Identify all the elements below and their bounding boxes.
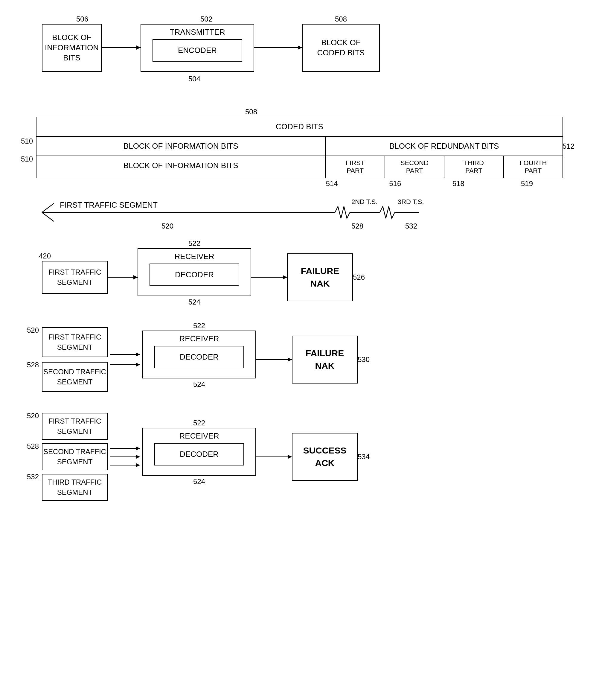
- arrow-to-output5: [256, 456, 292, 457]
- decoder-inner3: DECODER: [150, 264, 239, 286]
- ref-528-4: 528: [27, 361, 39, 369]
- receiver-label4: RECEIVER: [179, 334, 219, 344]
- coded-bits-table: CODED BITS BLOCK OF INFORMATION BITS BLO…: [36, 117, 563, 178]
- second-part-cell: SECONDPART: [385, 156, 444, 178]
- receiver-label5: RECEIVER: [179, 431, 219, 441]
- section2: 508 CODED BITS BLOCK OF INFORMATION BITS…: [36, 117, 563, 230]
- ref-518: 518: [452, 179, 464, 188]
- output-failure-nak4: FAILURE NAK: [292, 335, 358, 383]
- second-ts-label: 2ND T.S.: [351, 198, 378, 206]
- inputs-col5: 520 FIRST TRAFFICSEGMENT 528 SECOND TRAF…: [42, 413, 108, 501]
- ref-520-4: 520: [27, 326, 39, 334]
- output-failure-nak3: FAILURE NAK: [287, 253, 353, 301]
- ref-534: 534: [358, 453, 370, 461]
- ref-524-5: 524: [193, 477, 205, 486]
- info-redundant-row: BLOCK OF INFORMATION BITS BLOCK OF REDUN…: [36, 137, 563, 156]
- first-traffic-label: FIRST TRAFFIC SEGMENT: [60, 200, 158, 210]
- arrow-to-encoder: [102, 47, 140, 48]
- svg-line-1: [42, 212, 54, 221]
- receiver-label3: RECEIVER: [175, 252, 214, 261]
- fourth-part-cell: FOURTHPART: [504, 156, 563, 178]
- ref-522-5: 522: [193, 419, 205, 427]
- ref-530: 530: [358, 355, 370, 364]
- ref-508-top: 508: [335, 15, 347, 23]
- input-second4: SECOND TRAFFICSEGMENT: [42, 362, 108, 392]
- third-part-cell: THIRDPART: [444, 156, 503, 178]
- svg-line-0: [42, 203, 54, 212]
- ref-516: 516: [389, 179, 401, 188]
- ref-512: 512: [563, 142, 574, 150]
- multi-arrows4: [108, 354, 142, 365]
- block-info-bits-label: BLOCK OFINFORMATIONBITS: [45, 33, 99, 63]
- ref-520-5: 520: [27, 411, 39, 420]
- ref-522-4: 522: [193, 322, 205, 330]
- arrow-to-coded: [254, 47, 302, 48]
- traffic-arrow-svg: [36, 195, 563, 230]
- parts-container: FIRSTPART SECONDPART THIRDPART FOURTHPAR…: [325, 156, 563, 178]
- input-first-traffic: FIRST TRAFFICSEGMENT: [42, 261, 108, 294]
- encoder-inner: ENCODER: [153, 39, 242, 61]
- ref-519: 519: [521, 179, 533, 188]
- ref-528-5: 528: [27, 442, 39, 451]
- block-info-bits-box: BLOCK OFINFORMATIONBITS: [42, 24, 102, 72]
- parts-row: BLOCK OF INFORMATION BITS FIRSTPART SECO…: [36, 156, 563, 178]
- coded-bits-row: CODED BITS: [36, 117, 563, 137]
- ref-510b: 510: [21, 155, 33, 163]
- section4: 520 FIRST TRAFFICSEGMENT 528 SECOND TRAF…: [42, 327, 557, 392]
- ref-524-4: 524: [193, 380, 205, 389]
- traffic-arrow-area: FIRST TRAFFIC SEGMENT 520 2ND T.S. 528 3…: [36, 195, 563, 230]
- info-bits-cell2: BLOCK OF INFORMATION BITS: [36, 156, 325, 178]
- multi-arrows5: [108, 448, 142, 466]
- input-first5: FIRST TRAFFICSEGMENT: [42, 413, 108, 440]
- ref-504: 504: [188, 75, 200, 83]
- section3: 420 FIRST TRAFFICSEGMENT 522 RECEIVER DE…: [42, 248, 557, 306]
- ref-520: 520: [161, 222, 174, 230]
- arrow-to-decoder3: [108, 277, 137, 278]
- decoder-inner5: DECODER: [154, 443, 244, 466]
- decoder-outer5: RECEIVER DECODER: [142, 428, 256, 476]
- arrow-to-output3: [251, 277, 287, 278]
- ref-506: 506: [76, 15, 88, 23]
- third-ts-label: 3RD T.S.: [398, 198, 424, 206]
- ref-532: 532: [405, 222, 417, 230]
- ref-522-3: 522: [188, 239, 200, 248]
- first-part-cell: FIRSTPART: [325, 156, 385, 178]
- parts-refs: 514 516 518 519: [36, 179, 563, 192]
- inputs-col4: 520 FIRST TRAFFICSEGMENT 528 SECOND TRAF…: [42, 327, 108, 392]
- info-bits-cell1: BLOCK OF INFORMATION BITS: [36, 137, 325, 155]
- transmitter-label: TRANSMITTER: [170, 27, 225, 37]
- input-second5: SECOND TRAFFICSEGMENT: [42, 443, 108, 470]
- block-coded-bits-label: BLOCK OFCODED BITS: [317, 38, 365, 58]
- redundant-bits-cell: BLOCK OF REDUNDANT BITS: [325, 137, 563, 155]
- ref-528: 528: [351, 222, 363, 230]
- section5: 520 FIRST TRAFFICSEGMENT 528 SECOND TRAF…: [42, 413, 557, 501]
- arrow-to-output4: [256, 359, 292, 360]
- ref-524-3: 524: [188, 298, 200, 306]
- ref-526: 526: [353, 273, 365, 281]
- block-coded-bits-box: BLOCK OFCODED BITS: [302, 24, 380, 72]
- decoder-outer3: RECEIVER DECODER: [137, 248, 251, 296]
- ref-510a: 510: [21, 137, 33, 145]
- encoder-outer: TRANSMITTER ENCODER: [140, 24, 254, 72]
- ref-532-5: 532: [27, 473, 39, 481]
- ref-508: 508: [245, 108, 257, 116]
- output-success-ack5: SUCCESS ACK: [292, 433, 358, 481]
- input-first4: FIRST TRAFFICSEGMENT: [42, 327, 108, 357]
- decoder-inner4: DECODER: [154, 346, 244, 368]
- ref-502: 502: [200, 15, 212, 23]
- ref-420: 420: [39, 252, 51, 260]
- section1: 506 BLOCK OFINFORMATIONBITS 502 TRANSMIT…: [18, 12, 581, 108]
- decoder-outer4: RECEIVER DECODER: [142, 330, 256, 378]
- input-third5: THIRD TRAFFICSEGMENT: [42, 474, 108, 501]
- ref-514: 514: [326, 179, 338, 188]
